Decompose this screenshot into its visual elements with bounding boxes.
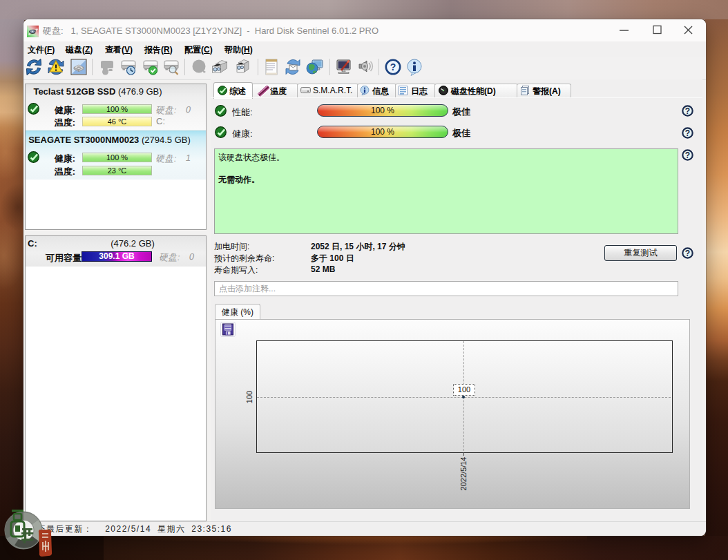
svg-text:?: ?	[685, 128, 690, 138]
svg-text:?: ?	[685, 106, 690, 116]
svg-text:?: ?	[685, 249, 690, 258]
svg-text:?: ?	[390, 61, 396, 73]
svg-text:?: ?	[685, 151, 690, 160]
